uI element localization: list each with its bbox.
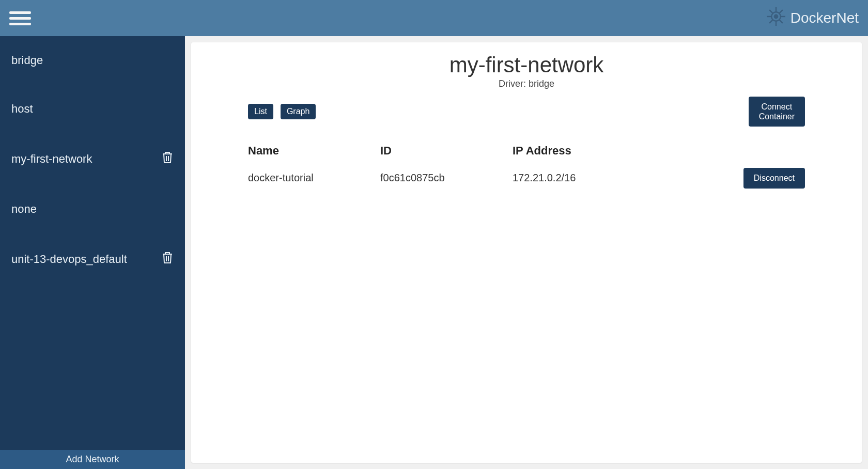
table-header-row: Name ID IP Address <box>248 139 805 163</box>
brand-name: DockerNet <box>791 10 859 26</box>
trash-icon[interactable] <box>161 251 174 268</box>
brand: DockerNet <box>766 6 859 30</box>
sidebar-item-none[interactable]: none <box>0 185 185 233</box>
sidebar-item-label: host <box>11 102 33 116</box>
svg-line-6 <box>769 10 772 13</box>
network-title: my-first-network <box>191 53 862 77</box>
containers-table: Name ID IP Address docker-tutorial f0c61… <box>191 127 862 193</box>
network-driver-label: Driver: bridge <box>191 79 862 89</box>
column-header-id: ID <box>380 144 513 158</box>
list-view-button[interactable]: List <box>248 104 273 119</box>
column-header-name: Name <box>248 144 380 158</box>
svg-point-1 <box>774 14 778 18</box>
sidebar-item-bridge[interactable]: bridge <box>0 36 185 85</box>
svg-line-7 <box>779 20 782 23</box>
graph-view-button[interactable]: Graph <box>281 104 316 119</box>
main-area: my-first-network Driver: bridge List Gra… <box>185 36 868 469</box>
toolbar: List Graph Connect Container <box>191 89 862 127</box>
network-detail-panel: my-first-network Driver: bridge List Gra… <box>191 42 862 463</box>
network-list: bridge host my-first-network <box>0 36 185 450</box>
sidebar-item-label: bridge <box>11 54 43 67</box>
main-container: bridge host my-first-network <box>0 36 868 469</box>
connect-container-button[interactable]: Connect Container <box>749 97 805 127</box>
disconnect-button[interactable]: Disconnect <box>743 168 805 188</box>
sidebar-item-label: unit-13-devops_default <box>11 253 127 266</box>
svg-line-8 <box>779 10 782 13</box>
cell-action: Disconnect <box>645 168 805 188</box>
hamburger-bar <box>9 23 31 25</box>
sidebar-item-unit-13-devops-default[interactable]: unit-13-devops_default <box>0 233 185 285</box>
sidebar-item-my-first-network[interactable]: my-first-network <box>0 133 185 185</box>
column-header-ip: IP Address <box>513 144 645 158</box>
table-row: docker-tutorial f0c61c0875cb 172.21.0.2/… <box>248 163 805 193</box>
hamburger-bar <box>9 11 31 14</box>
cell-id: f0c61c0875cb <box>380 172 513 184</box>
svg-line-9 <box>769 20 772 23</box>
ship-wheel-icon <box>766 6 786 30</box>
add-network-button[interactable]: Add Network <box>0 450 185 469</box>
cell-name: docker-tutorial <box>248 172 380 184</box>
menu-toggle-button[interactable] <box>9 7 31 29</box>
sidebar-item-host[interactable]: host <box>0 85 185 133</box>
sidebar-item-label: my-first-network <box>11 152 92 166</box>
hamburger-bar <box>9 17 31 20</box>
sidebar: bridge host my-first-network <box>0 36 185 469</box>
app-header: DockerNet <box>0 0 868 36</box>
view-toggle-group: List Graph <box>248 104 316 119</box>
trash-icon[interactable] <box>161 151 174 167</box>
sidebar-item-label: none <box>11 202 37 216</box>
cell-ip: 172.21.0.2/16 <box>513 172 645 184</box>
